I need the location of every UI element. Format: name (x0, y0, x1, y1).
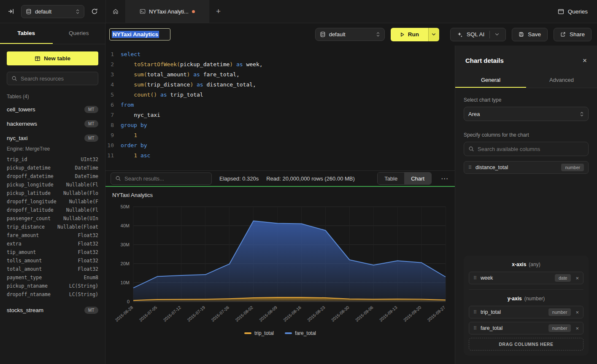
columns-search[interactable] (464, 142, 589, 156)
editor-line[interactable]: 7 nyc_taxi (105, 110, 455, 120)
table-row-cell_towers[interactable]: cell_towersMT (7, 102, 98, 116)
editor-line[interactable]: 3 sum(total_amount) as fare_total, (105, 70, 455, 80)
database-selector-value: default (35, 8, 72, 15)
column-type: LC(String) (69, 290, 98, 299)
drag-handle-icon[interactable]: ⠿ (473, 326, 477, 331)
new-table-label: New table (44, 55, 70, 62)
query-tab-active[interactable]: NYTaxi Analyti... (126, 0, 209, 23)
column-chip-fare_total[interactable]: ⠿fare_totalnumber× (469, 322, 583, 334)
legend-label: trip_total (254, 330, 274, 336)
database-selector[interactable]: default (21, 5, 84, 18)
home-tab[interactable] (105, 0, 126, 23)
code-text: 1 (121, 130, 137, 140)
refresh-button[interactable] (89, 6, 100, 16)
editor-line[interactable]: 6from (105, 100, 455, 110)
remove-column-icon[interactable]: × (575, 275, 579, 281)
query-database-selector[interactable]: default (315, 28, 385, 41)
code-text: order by (121, 140, 147, 151)
tab-general[interactable]: General (455, 73, 526, 88)
table-grid-icon (35, 56, 41, 62)
close-panel-button[interactable]: × (583, 57, 587, 64)
table-row-nyc_taxi[interactable]: nyc_taxiMT (7, 131, 98, 145)
new-table-button[interactable]: New table (7, 51, 98, 65)
schema-column-row: trip_idUInt32 (7, 155, 98, 164)
chart-type-label: Select chart type (464, 97, 589, 103)
svg-text:30M: 30M (121, 242, 130, 247)
editor-line[interactable]: 5 count() as trip_total (105, 90, 455, 100)
schema-columns: trip_idUInt32pickup_datetimeDateTimedrop… (7, 155, 98, 299)
table-row-stocks_stream[interactable]: stocks_streamMT (7, 303, 98, 317)
table-name: hackernews (7, 121, 84, 127)
editor-line[interactable]: 11 1 asc (105, 151, 455, 161)
new-tab-button[interactable]: + (209, 0, 227, 23)
column-chip-trip_total[interactable]: ⠿trip_totalnumber× (469, 306, 583, 318)
column-name: payment_type (7, 273, 42, 282)
drop-zone[interactable]: DRAG COLUMNS HERE (469, 338, 583, 351)
editor-line[interactable]: 8group by (105, 120, 455, 130)
editor-line[interactable]: 2 toStartOfWeek(pickup_datetime) as week… (105, 59, 455, 70)
column-name: dropoff_datetime (7, 172, 54, 181)
svg-text:10M: 10M (121, 280, 130, 285)
schema-column-row: tip_amountFloat32 (7, 248, 98, 256)
column-type: Nullable(Fl (66, 206, 98, 214)
sidebar-search[interactable] (7, 72, 98, 85)
editor-line[interactable]: 10order by (105, 140, 455, 151)
view-toggle: TableChart (377, 172, 432, 185)
results-search-input[interactable] (124, 175, 207, 182)
editor-line[interactable]: 4 sum(trip_distance) as distance_total, (105, 80, 455, 90)
remove-column-icon[interactable]: × (575, 309, 579, 315)
drag-handle-icon[interactable]: ⠿ (473, 310, 477, 315)
remove-column-icon[interactable]: × (575, 325, 579, 332)
collapse-sidebar-button[interactable] (6, 6, 16, 16)
save-button[interactable]: Save (512, 28, 548, 41)
tab-strip: NYTaxi Analyti... + (105, 0, 227, 23)
sidebar-tab-tables[interactable]: Tables (0, 23, 53, 44)
code-text: select (121, 49, 140, 59)
column-type-badge: number (561, 164, 584, 171)
sql-ai-button[interactable]: SQL AI (450, 28, 506, 41)
share-icon (560, 32, 566, 37)
svg-text:2015-09-27: 2015-09-27 (427, 305, 446, 323)
tab-advanced[interactable]: Advanced (526, 73, 597, 88)
legend-item-trip_total[interactable]: trip_total (244, 330, 274, 336)
results-search[interactable] (111, 173, 212, 185)
legend-item-fare_total[interactable]: fare_total (285, 330, 316, 336)
available-columns: ⠿distance_totalnumber (464, 161, 589, 177)
editor-line[interactable]: 1select (105, 49, 455, 59)
schema-column-row: dropoff_ntanameLC(String) (7, 290, 98, 299)
svg-text:20M: 20M (121, 261, 130, 266)
x-axis-header: x-axis (any) (469, 262, 583, 267)
view-toggle-chart[interactable]: Chart (404, 173, 431, 184)
drag-handle-icon[interactable]: ⠿ (468, 165, 472, 170)
editor-line[interactable]: 9 1 (105, 130, 455, 140)
run-options-button[interactable] (428, 28, 439, 41)
table-row-hackernews[interactable]: hackernewsMT (7, 116, 98, 131)
queries-button[interactable]: Queries (558, 8, 588, 15)
chart-type-select[interactable]: Area (464, 107, 589, 121)
columns-search-input[interactable] (478, 146, 584, 152)
details-header: Chart details × (455, 46, 597, 73)
query-database-value: default (329, 31, 373, 38)
sql-editor[interactable]: 1select2 toStartOfWeek(pickup_datetime) … (105, 46, 455, 170)
column-type: DateTime (75, 172, 98, 181)
elapsed-stat: Elapsed: 0.320s (219, 175, 259, 182)
details-body: Select chart type Area Specify columns f… (455, 88, 597, 364)
chevron-down-icon (495, 33, 499, 36)
column-name: trip_id (7, 155, 27, 164)
search-icon (11, 75, 17, 81)
query-title-input[interactable]: NYTaxi Analytics (109, 28, 170, 40)
line-number: 3 (105, 70, 121, 80)
drag-handle-icon[interactable]: ⠿ (473, 275, 477, 281)
chart-type-value: Area (468, 111, 576, 117)
sidebar-search-input[interactable] (21, 75, 94, 82)
share-button[interactable]: Share (554, 28, 592, 41)
column-chip-distance_total[interactable]: ⠿distance_totalnumber (464, 161, 589, 174)
sidebar-tab-queries[interactable]: Queries (53, 23, 105, 44)
run-button[interactable]: Run (391, 28, 439, 41)
schema-column-row: dropoff_latitudeNullable(Fl (7, 206, 98, 214)
sql-ai-options-button[interactable] (495, 33, 499, 36)
column-chip-week[interactable]: ⠿weekdate× (469, 272, 583, 284)
more-options-button[interactable]: ⋯ (439, 173, 450, 185)
view-toggle-table[interactable]: Table (378, 173, 404, 184)
column-type: Float32 (78, 256, 98, 265)
